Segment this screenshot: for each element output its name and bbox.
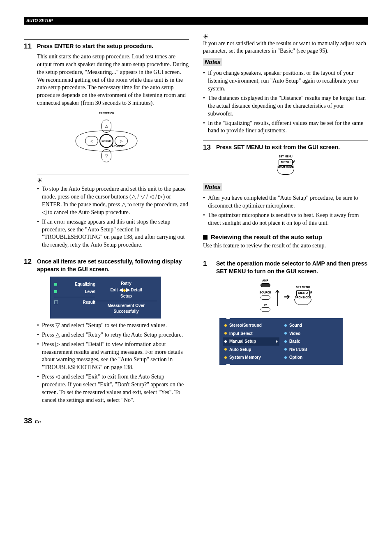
step-body: This unit starts the auto setup procedur… (37, 53, 189, 107)
step-number: 13 (203, 143, 212, 152)
list-item: Press ▽ and select "Setup" to set the me… (37, 322, 189, 330)
left-column: 11 Press ENTER to start the setup proced… (24, 34, 189, 406)
dot-icon (284, 348, 287, 351)
selector-pill-icon (261, 307, 270, 312)
menu-item: System Memory (223, 353, 279, 362)
section-heading: Reviewing the result of the auto setup (203, 233, 368, 241)
selector-pill-icon (261, 295, 270, 300)
hint-icon: ☀ (37, 178, 189, 184)
mode-label: SOURCE (260, 291, 271, 294)
dot-icon (224, 356, 227, 359)
menu-item: Input Select (223, 330, 279, 338)
dpad-label-top: PRESET/CH (63, 112, 150, 115)
notes-list: If you change speakers, speaker position… (203, 69, 368, 135)
list-item: Press ▷ and select "Detail" to view info… (37, 341, 189, 372)
mode-selector-diagram: AMP SOURCE TV ➔ SET MENU MENU SRCH MODE (240, 279, 331, 314)
menu-item: Auto Setup (223, 346, 279, 354)
list-item: Press △ and select "Retry" to retry the … (37, 331, 189, 339)
step-heading: Once all items are set successfully, fol… (37, 258, 189, 273)
dpad-left-icon: ◁ (85, 136, 98, 146)
selector-pill-icon (261, 283, 270, 287)
square-bullet-icon (203, 235, 208, 240)
rocker-icon (277, 169, 294, 175)
step-heading: Press ENTER to start the setup procedure… (37, 42, 153, 50)
list-item: The distances displayed in the "Distance… (203, 95, 368, 118)
page-number: 38 En (24, 416, 368, 426)
notes-heading: Notes (203, 183, 222, 191)
dpad-enter-icon: ENTER (99, 134, 113, 148)
list-item: If an error message appears and this uni… (37, 218, 189, 249)
step-number: 1 (203, 260, 212, 268)
dot-icon (224, 348, 227, 351)
list-item: After you have completed the "Auto Setup… (203, 194, 368, 210)
gui-msg: Measurement Over (95, 303, 157, 309)
step-bullets: Press ▽ and select "Setup" to set the me… (37, 322, 189, 404)
menu-key-diagram: SET MENU MENU SRCH MODE (261, 155, 310, 177)
gui-setup: Setup (95, 293, 157, 299)
dot-icon (284, 324, 287, 327)
step-13: 13 Press SET MENU to exit from the GUI s… (203, 141, 368, 177)
gui-retry: Retry (95, 281, 157, 286)
dot-icon (284, 356, 287, 359)
dot-icon (284, 332, 287, 335)
press-arrow-icon (307, 289, 313, 295)
chevron-right-icon (276, 340, 278, 343)
list-item: In the "Equalizing" results, different v… (203, 120, 368, 135)
rocker-icon (294, 299, 311, 305)
step-number: 11 (24, 42, 33, 51)
scroll-down-icon (226, 364, 230, 367)
menu-item: NET/USB (283, 346, 339, 354)
menu-item: Option (283, 353, 339, 362)
page-columns: 11 Press ENTER to start the setup proced… (24, 34, 368, 406)
gui-item: Result (83, 300, 95, 305)
gui-nav-row: Exit ◀◆▶ Detail (95, 286, 157, 293)
box-icon (54, 300, 58, 304)
dot-icon (224, 324, 227, 327)
list-item: If you change speakers, speaker position… (203, 69, 368, 93)
remote-dpad-diagram: PRESET/CH △ ◁ ENTER ▷ ▽ A/B/C/D/E (63, 112, 150, 170)
step-heading: Set the operation mode selector to AMP a… (216, 260, 368, 275)
check-icon (54, 290, 57, 293)
gui-item: Level (85, 289, 95, 295)
notes-heading: Notes (203, 58, 222, 66)
step-heading: Press SET MENU to exit from the GUI scre… (216, 143, 340, 151)
gui-menu-screen: Stereo/Surround Input Select Manual Setu… (219, 318, 343, 365)
hint-icon: ☀ (203, 34, 368, 40)
menu-item: Stereo/Surround (223, 321, 279, 330)
dot-icon (284, 340, 287, 343)
menu-item: Basic (283, 337, 339, 346)
gui-msg: Successfully (95, 309, 157, 314)
list-item: To stop the Auto Setup procedure and set… (37, 185, 189, 217)
dot-icon (224, 340, 227, 343)
press-arrow-icon (290, 158, 296, 164)
menu-item: Sound (283, 321, 339, 330)
section-intro: Use this feature to review the result of… (203, 242, 368, 250)
dpad-down-icon: ▽ (101, 149, 111, 162)
tip-text: If you are not satisfied with the result… (203, 40, 368, 55)
tip-list: To stop the Auto Setup procedure and set… (37, 185, 189, 249)
menu-item: Video (283, 330, 339, 338)
list-item: Press ◁ and select "Exit" to exit from t… (37, 373, 189, 404)
list-item: The optimizer microphone is sensitive to… (203, 212, 368, 227)
up-arrow-icon (275, 288, 280, 306)
dpad-up-icon: △ (101, 120, 111, 133)
check-icon (54, 283, 57, 286)
tip-block: ☀ To stop the Auto Setup procedure and s… (37, 175, 189, 249)
step-number: 12 (24, 258, 33, 266)
page-header: AUTO SETUP (24, 17, 368, 25)
notes-list: After you have completed the "Auto Setup… (203, 194, 368, 227)
menu-item-selected: Manual Setup (223, 337, 279, 346)
step-1: 1 Set the operation mode selector to AMP… (203, 256, 368, 365)
dot-icon (224, 332, 227, 335)
step-12: 12 Once all items are set successfully, … (24, 255, 189, 404)
gui-result-screen: Equalizing Level Result Retry Exit ◀◆▶ D… (50, 277, 161, 319)
gui-item: Equalizing (75, 282, 95, 287)
right-arrow-icon: ➔ (284, 292, 290, 302)
step-11: 11 Press ENTER to start the setup proced… (24, 39, 189, 249)
scroll-up-icon (226, 316, 230, 319)
dpad-label-bottom: A/B/C/D/E (112, 145, 124, 148)
right-column: ☀ If you are not satisfied with the resu… (203, 34, 368, 406)
